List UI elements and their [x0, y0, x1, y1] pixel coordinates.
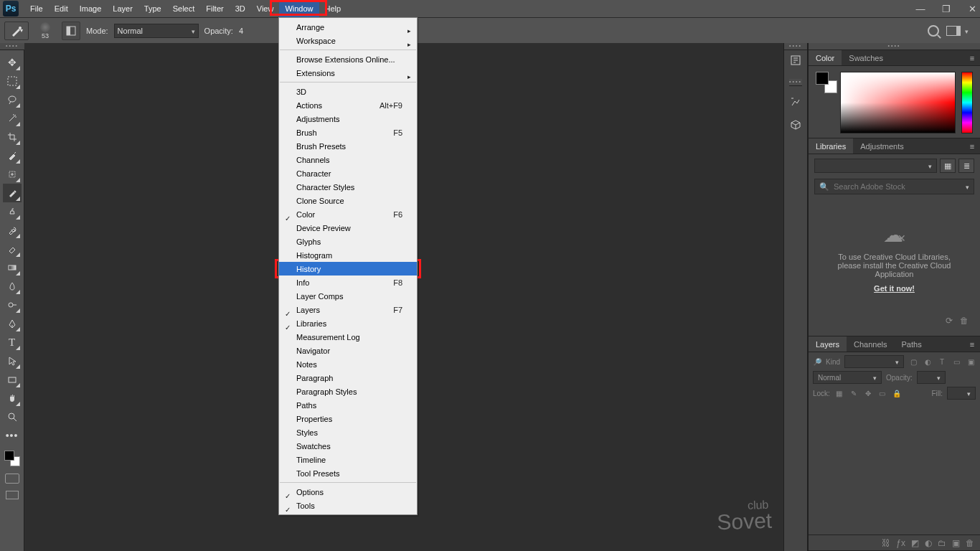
history-brush-tool[interactable] — [3, 221, 22, 240]
filter-smart-icon[interactable]: ▣ — [966, 358, 976, 366]
adjustment-layer-icon[interactable]: ◐ — [925, 538, 932, 548]
window-menu-device-preview[interactable]: Device Preview — [279, 221, 417, 235]
window-menu-3d[interactable]: 3D — [279, 85, 417, 98]
type-tool[interactable]: T — [3, 333, 22, 352]
quick-mask-toggle[interactable] — [5, 474, 19, 484]
color-field[interactable] — [840, 72, 956, 133]
lock-position-icon[interactable]: ✥ — [863, 390, 873, 397]
menu-view[interactable]: View — [251, 0, 280, 17]
path-selection-tool[interactable] — [3, 352, 22, 370]
menu-image[interactable]: Image — [74, 0, 108, 17]
window-menu-libraries[interactable]: Libraries — [279, 316, 417, 330]
window-menu-workspace[interactable]: Workspace — [279, 34, 417, 47]
menu-edit[interactable]: Edit — [49, 0, 74, 17]
brush-panel-toggle[interactable] — [62, 22, 80, 40]
menu-window[interactable]: Window — [279, 0, 319, 17]
menu-select[interactable]: Select — [167, 0, 201, 17]
menu-3d[interactable]: 3D — [230, 0, 251, 17]
crop-tool[interactable] — [3, 128, 22, 146]
panels-collapse-handle[interactable]: •••• — [809, 43, 980, 50]
filter-type-icon[interactable]: T — [937, 358, 947, 366]
window-menu-character-styles[interactable]: Character Styles — [279, 180, 417, 194]
mask-icon[interactable]: ◩ — [911, 538, 919, 548]
fx-icon[interactable]: ƒx — [896, 538, 905, 548]
layer-filter-select[interactable] — [844, 355, 904, 368]
window-menu-brush[interactable]: BrushF5 — [279, 126, 417, 139]
window-menu-channels[interactable]: Channels — [279, 153, 417, 166]
magic-wand-tool[interactable] — [3, 109, 22, 128]
window-menu-layers[interactable]: LayersF7 — [279, 303, 417, 316]
menu-help[interactable]: Help — [319, 0, 347, 17]
window-menu-layer-comps[interactable]: Layer Comps — [279, 289, 417, 303]
link-layers-icon[interactable]: ⛓ — [882, 538, 890, 548]
lasso-tool[interactable] — [3, 90, 22, 109]
hue-slider[interactable] — [961, 72, 973, 133]
filter-adjust-icon[interactable]: ◐ — [923, 358, 933, 366]
lock-brush-icon[interactable]: ✎ — [849, 390, 859, 397]
rail-collapse-handle[interactable]: •••• — [784, 43, 807, 50]
new-layer-icon[interactable]: ▣ — [952, 538, 960, 548]
tab-channels[interactable]: Channels — [847, 336, 894, 352]
tab-adjustments[interactable]: Adjustments — [853, 138, 911, 154]
hand-tool[interactable] — [3, 389, 22, 408]
brush-tool[interactable] — [3, 184, 22, 202]
window-menu-options[interactable]: Options — [279, 485, 417, 499]
layer-opacity-input[interactable] — [917, 371, 946, 384]
window-menu-timeline[interactable]: Timeline — [279, 453, 417, 466]
window-menu-adjustments[interactable]: Adjustments — [279, 112, 417, 126]
window-menu-brush-presets[interactable]: Brush Presets — [279, 139, 417, 153]
toolbar-collapse-handle[interactable]: •••• — [0, 43, 24, 50]
window-menu-paragraph[interactable]: Paragraph — [279, 371, 417, 385]
color-panel-menu-icon[interactable]: ≡ — [964, 50, 980, 65]
window-menu-clone-source[interactable]: Clone Source — [279, 194, 417, 207]
window-menu-browse-extensions-online-[interactable]: Browse Extensions Online... — [279, 52, 417, 66]
window-menu-tool-presets[interactable]: Tool Presets — [279, 466, 417, 480]
get-it-now-link[interactable]: Get it now! — [874, 284, 915, 293]
window-menu-info[interactable]: InfoF8 — [279, 276, 417, 289]
layers-panel-menu-icon[interactable]: ≡ — [964, 336, 980, 352]
marquee-tool[interactable] — [3, 72, 22, 90]
window-menu-paths[interactable]: Paths — [279, 398, 417, 412]
tab-paths[interactable]: Paths — [895, 336, 929, 352]
history-icon[interactable] — [788, 53, 803, 67]
window-menu-navigator[interactable]: Navigator — [279, 344, 417, 357]
rectangle-tool[interactable] — [3, 370, 22, 389]
window-menu-color[interactable]: ColorF6 — [279, 207, 417, 221]
eraser-tool[interactable] — [3, 240, 22, 258]
gradient-tool[interactable] — [3, 258, 22, 277]
group-icon[interactable]: 🗀 — [938, 538, 946, 548]
menu-filter[interactable]: Filter — [200, 0, 229, 17]
restore-button[interactable]: ❐ — [941, 4, 951, 14]
filter-shape-icon[interactable]: ▭ — [951, 358, 961, 366]
window-menu-properties[interactable]: Properties — [279, 412, 417, 425]
window-menu-notes[interactable]: Notes — [279, 357, 417, 371]
delete-layer-icon[interactable]: 🗑 — [966, 538, 974, 548]
tab-libraries[interactable]: Libraries — [809, 138, 853, 154]
workspace-switcher[interactable] — [946, 26, 969, 36]
window-menu-tools[interactable]: Tools — [279, 499, 417, 512]
window-menu-styles[interactable]: Styles — [279, 425, 417, 439]
3d-icon[interactable] — [788, 118, 803, 132]
filter-image-icon[interactable]: ▢ — [908, 358, 918, 366]
menu-type[interactable]: Type — [138, 0, 167, 17]
lock-all-icon[interactable]: 🔒 — [892, 390, 902, 397]
search-icon[interactable] — [928, 25, 939, 37]
tab-color[interactable]: Color — [809, 50, 842, 65]
libraries-panel-menu-icon[interactable]: ≡ — [964, 138, 980, 154]
grid-view-button[interactable]: ▦ — [940, 159, 956, 173]
current-tool-preset[interactable]: ▾ — [4, 22, 29, 40]
foreground-background-swatch[interactable] — [816, 72, 834, 90]
edit-toolbar[interactable]: ••• — [3, 426, 22, 445]
layer-blend-select[interactable]: Normal — [813, 371, 882, 384]
spot-heal-tool[interactable] — [3, 165, 22, 184]
close-button[interactable]: ✕ — [967, 4, 977, 14]
trash-icon[interactable]: 🗑 — [960, 316, 969, 326]
blend-mode-select[interactable]: Normal — [114, 24, 199, 38]
library-select[interactable] — [814, 159, 937, 173]
window-menu-actions[interactable]: ActionsAlt+F9 — [279, 98, 417, 112]
window-menu-history[interactable]: History — [279, 262, 417, 276]
lock-pixels-icon[interactable]: ▦ — [834, 390, 844, 397]
window-menu-character[interactable]: Character — [279, 166, 417, 180]
window-menu-extensions[interactable]: Extensions — [279, 66, 417, 80]
properties-icon[interactable] — [788, 95, 803, 109]
